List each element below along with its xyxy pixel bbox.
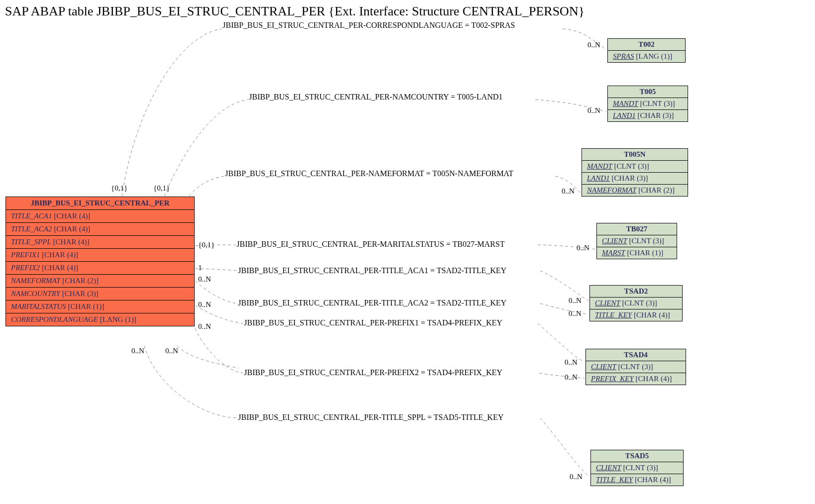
ref-table-t005: T005 MANDT [CLNT (3)] LAND1 [CHAR (3)] [607, 86, 688, 122]
main-field-row: TITLE_ACA1 [CHAR (4)] [6, 210, 194, 223]
field-type: [CHAR (1)] [68, 302, 104, 310]
page-title: SAP ABAP table JBIBP_BUS_EI_STRUC_CENTRA… [5, 4, 584, 19]
field-name: PREFIX1 [11, 251, 40, 259]
ref-table-tsad2: TSAD2 CLIENT [CLNT (3)] TITLE_KEY [CHAR … [589, 285, 683, 321]
relationship-label: JBIBP_BUS_EI_STRUC_CENTRAL_PER-TITLE_ACA… [238, 299, 506, 307]
relationship-label: JBIBP_BUS_EI_STRUC_CENTRAL_PER-MARITALST… [236, 240, 505, 249]
field-type: [CHAR (4)] [635, 476, 671, 484]
cardinality-label: 0..N [587, 106, 600, 115]
field-name: MANDT [587, 162, 612, 170]
field-name: TITLE_ACA1 [11, 212, 52, 220]
main-entity-table: JBIBP_BUS_EI_STRUC_CENTRAL_PER TITLE_ACA… [5, 197, 195, 326]
relationship-label: JBIBP_BUS_EI_STRUC_CENTRAL_PER-PREFIX2 =… [244, 368, 502, 377]
main-entity-name: JBIBP_BUS_EI_STRUC_CENTRAL_PER [6, 197, 194, 210]
cardinality-label: 0..N [577, 244, 589, 252]
field-type: [LANG (1)] [636, 52, 672, 60]
relationship-label: JBIBP_BUS_EI_STRUC_CENTRAL_PER-TITLE_ACA… [238, 266, 506, 275]
field-type: [CHAR (4)] [54, 225, 90, 233]
field-name: SPRAS [613, 52, 634, 60]
ref-table-name: T005N [582, 149, 688, 161]
field-type: [CHAR (3)] [638, 111, 674, 119]
ref-table-name: T002 [608, 39, 685, 51]
field-type: [CHAR (4)] [42, 264, 78, 272]
cardinality-label: 0..N [198, 301, 211, 309]
cardinality-label: 0..N [562, 187, 575, 196]
cardinality-label: 0..N [569, 297, 582, 305]
ref-table-name: TSAD5 [591, 450, 683, 462]
relationship-label: JBIBP_BUS_EI_STRUC_CENTRAL_PER-CORRESPON… [223, 21, 515, 30]
ref-field-row: TITLE_KEY [CHAR (4)] [591, 474, 683, 486]
field-type: [CHAR (4)] [634, 311, 670, 319]
main-field-row: PREFIX2 [CHAR (4)] [6, 262, 194, 275]
field-type: [CHAR (4)] [54, 212, 90, 220]
ref-table-name: TB027 [597, 223, 677, 235]
field-type: [CHAR (2)] [638, 186, 675, 194]
field-name: LAND1 [613, 111, 636, 119]
field-name: CLIENT [591, 363, 616, 371]
cardinality-label: 0..N [569, 309, 582, 318]
field-type: [CHAR (4)] [42, 251, 78, 259]
ref-table-t002: T002 SPRAS [LANG (1)] [607, 38, 686, 63]
field-name: CLIENT [602, 237, 627, 245]
ref-table-tb027: TB027 CLIENT [CLNT (3)] MARST [CHAR (1)] [596, 223, 677, 259]
main-field-row: NAMCOUNTRY [CHAR (3)] [6, 288, 194, 301]
ref-table-name: T005 [608, 86, 688, 98]
field-name: CORRESPONDLANGUAGE [11, 315, 98, 323]
ref-field-row: LAND1 [CHAR (3)] [608, 110, 688, 121]
main-field-row: NAMEFORMAT [CHAR (2)] [6, 275, 194, 288]
ref-table-tsad4: TSAD4 CLIENT [CLNT (3)] PREFIX_KEY [CHAR… [585, 349, 686, 385]
ref-field-row: MANDT [CLNT (3)] [608, 98, 688, 110]
cardinality-label: 0..N [587, 41, 600, 49]
cardinality-label: 0..N [565, 373, 578, 382]
field-type: [CLNT (3)] [629, 237, 664, 245]
cardinality-label: {0,1} [153, 184, 170, 193]
ref-table-tsad5: TSAD5 CLIENT [CLNT (3)] TITLE_KEY [CHAR … [590, 450, 684, 486]
ref-table-name: TSAD4 [586, 349, 686, 361]
ref-field-row: NAMEFORMAT [CHAR (2)] [582, 185, 688, 196]
ref-field-row: TITLE_KEY [CHAR (4)] [590, 309, 682, 321]
cardinality-label: 0..N [570, 473, 582, 481]
field-type: [CHAR (3)] [612, 174, 648, 182]
cardinality-label: {0,1} [111, 184, 127, 193]
ref-field-row: MARST [CHAR (1)] [597, 247, 677, 259]
field-name: TITLE_SPPL [11, 238, 51, 246]
field-type: [CHAR (4)] [53, 238, 90, 246]
field-type: [CLNT (3)] [618, 363, 653, 371]
field-name: CLIENT [595, 299, 620, 307]
field-type: [CHAR (4)] [636, 375, 672, 383]
field-name: NAMEFORMAT [11, 277, 60, 285]
ref-field-row: CLIENT [CLNT (3)] [597, 235, 677, 247]
field-name: MANDT [613, 100, 638, 107]
main-field-row: PREFIX1 [CHAR (4)] [6, 249, 194, 262]
field-name: TITLE_ACA2 [11, 225, 52, 233]
ref-table-name: TSAD2 [590, 286, 682, 298]
field-name: PREFIX2 [11, 264, 40, 272]
ref-field-row: LAND1 [CHAR (3)] [582, 173, 688, 185]
field-name: PREFIX_KEY [591, 375, 634, 383]
cardinality-label: 1 [198, 264, 202, 272]
cardinality-label: 0..N [565, 358, 578, 367]
ref-field-row: PREFIX_KEY [CHAR (4)] [586, 373, 686, 385]
main-field-row: MARITALSTATUS [CHAR (1)] [6, 301, 194, 313]
field-name: LAND1 [587, 174, 610, 182]
field-name: MARST [602, 249, 625, 257]
ref-field-row: MANDT [CLNT (3)] [582, 161, 688, 173]
relationship-label: JBIBP_BUS_EI_STRUC_CENTRAL_PER-TITLE_SPP… [238, 413, 503, 422]
cardinality-label: {0,1} [198, 241, 215, 249]
field-type: [CLNT (3)] [623, 464, 658, 472]
field-type: [CHAR (1)] [627, 249, 663, 257]
field-name: NAMEFORMAT [587, 186, 636, 194]
ref-field-row: CLIENT [CLNT (3)] [590, 298, 682, 309]
cardinality-label: 0..N [165, 347, 178, 355]
field-type: [CHAR (3)] [62, 290, 99, 298]
relationship-label: JBIBP_BUS_EI_STRUC_CENTRAL_PER-NAMEFORMA… [225, 169, 513, 178]
field-name: MARITALSTATUS [11, 302, 66, 310]
ref-table-t005n: T005N MANDT [CLNT (3)] LAND1 [CHAR (3)] … [582, 148, 688, 197]
ref-field-row: CLIENT [CLNT (3)] [586, 361, 686, 373]
main-field-row: TITLE_ACA2 [CHAR (4)] [6, 223, 194, 236]
field-type: [CLNT (3)] [622, 299, 657, 307]
relationship-label: JBIBP_BUS_EI_STRUC_CENTRAL_PER-PREFIX1 =… [244, 318, 502, 327]
main-field-row: TITLE_SPPL [CHAR (4)] [6, 236, 194, 249]
field-name: TITLE_KEY [596, 476, 633, 484]
cardinality-label: 0..N [198, 275, 211, 284]
